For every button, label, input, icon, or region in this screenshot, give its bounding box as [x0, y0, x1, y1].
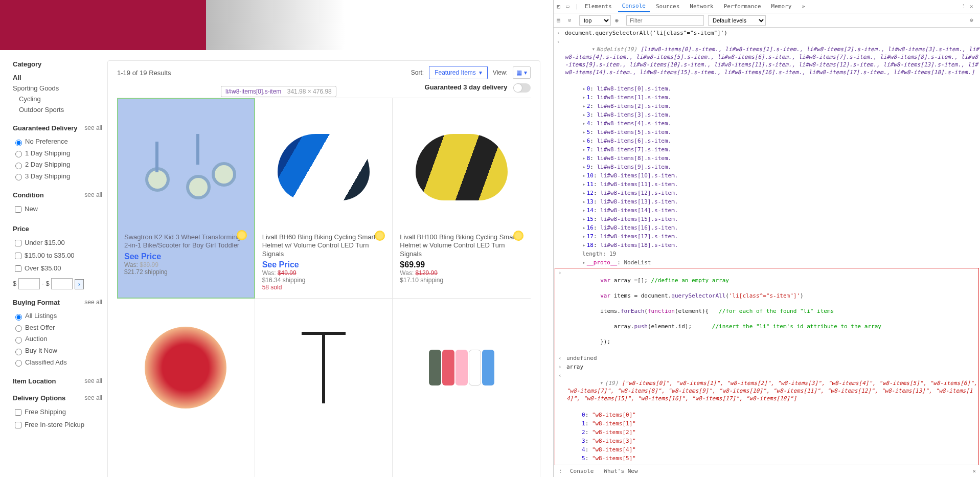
- cond-new[interactable]: New: [13, 203, 102, 216]
- price-min-input[interactable]: [18, 278, 40, 289]
- gd-see-all[interactable]: see all: [84, 124, 102, 131]
- inspect-icon[interactable]: ◩: [557, 3, 564, 10]
- console-output[interactable]: document.querySelectorAll('li[class^="s-…: [554, 28, 980, 465]
- nodelist-entry[interactable]: ▸14: li#w8-items[14].s-item.: [554, 206, 980, 215]
- close-icon[interactable]: ✕: [970, 3, 977, 10]
- grid-icon: ▦: [516, 69, 522, 76]
- nodelist-entry[interactable]: ▸2: li#w8-items[2].s-item.: [554, 102, 980, 110]
- tooltip-dims: 341.98 × 476.98: [287, 88, 332, 95]
- results-main: 1-19 of 19 Results Sort: Featured Items …: [107, 60, 540, 477]
- bf-class[interactable]: Classified Ads: [13, 357, 102, 369]
- bf-see-all[interactable]: see all: [84, 299, 102, 306]
- tab-sources[interactable]: Sources: [652, 1, 683, 12]
- nodelist-entry[interactable]: ▸6: li#w8-items[6].s-item.: [554, 137, 980, 145]
- webpage-pane[interactable]: li#w8-items[0].s-item 341.98 × 476.98 Ca…: [0, 0, 553, 477]
- clear-icon[interactable]: ⊘: [568, 17, 575, 24]
- cat-cycling[interactable]: Cycling: [13, 94, 102, 104]
- result-item[interactable]: Livall BH100 Bling Biking Cycling Smart …: [393, 98, 531, 299]
- result-item[interactable]: [393, 299, 531, 477]
- filters-sidebar: Category All Sporting Goods Cycling Outd…: [13, 60, 102, 477]
- price-under[interactable]: Under $15.00: [13, 237, 102, 249]
- guarantee-toggle[interactable]: [513, 83, 531, 93]
- drawer-whatsnew[interactable]: What's New: [599, 466, 643, 476]
- console-result[interactable]: ▸(19) ["w8-items[0]", "w8-items[1]", "w8…: [555, 371, 978, 411]
- guarantee-text: Guaranteed 3 day delivery: [425, 83, 508, 91]
- nodelist-entry[interactable]: ▸8: li#w8-items[8].s-item.: [554, 154, 980, 163]
- product-image: [262, 103, 385, 231]
- nodelist-entry[interactable]: ▸16: li#w8-items[16].s-item.: [554, 223, 980, 232]
- nodelist-entry[interactable]: ▸10: li#w8-items[10].s-item.: [554, 171, 980, 180]
- gd-3day[interactable]: 3 Day Shipping: [13, 171, 102, 183]
- levels-select[interactable]: Default levels: [708, 15, 766, 26]
- nodelist-proto[interactable]: ▸__proto__: NodeList: [554, 258, 980, 267]
- sort-select[interactable]: Featured Items ▾: [429, 66, 488, 79]
- gear-icon[interactable]: ⚙: [970, 17, 977, 24]
- eye-icon[interactable]: ◉: [615, 17, 622, 24]
- product-image: [124, 103, 248, 231]
- gd-nopref[interactable]: No Preference: [13, 136, 102, 148]
- tabs-more[interactable]: »: [797, 1, 809, 12]
- loc-see-all[interactable]: see all: [84, 377, 102, 384]
- nodelist-entry[interactable]: ▸9: li#w8-items[9].s-item.: [554, 163, 980, 171]
- tab-console[interactable]: Console: [618, 1, 650, 12]
- promo-banner: [0, 0, 553, 50]
- bf-buy[interactable]: Buy It Now: [13, 345, 102, 357]
- cat-sporting[interactable]: Sporting Goods: [13, 83, 102, 94]
- nodelist-entry[interactable]: ▸13: li#w8-items[13].s-item.: [554, 197, 980, 206]
- kebab-icon[interactable]: ⋮: [961, 3, 968, 10]
- do-store[interactable]: Free In-store Pickup: [13, 419, 102, 431]
- nodelist-entry[interactable]: ▸0: li#w8-items[0].s-item.: [554, 84, 980, 93]
- cond-see-all[interactable]: see all: [84, 191, 102, 198]
- results-count: 1-19 of 19 Results: [117, 69, 171, 77]
- result-item[interactable]: [255, 299, 393, 477]
- drawer-close-icon[interactable]: ✕: [972, 468, 976, 474]
- nodelist-entry[interactable]: ▸17: li#w8-items[17].s-item.: [554, 232, 980, 241]
- context-select[interactable]: top: [579, 15, 611, 26]
- do-see-all[interactable]: see all: [84, 394, 102, 401]
- price-go-button[interactable]: ›: [75, 279, 84, 289]
- bf-auction[interactable]: Auction: [13, 333, 102, 345]
- banner-image: [206, 0, 553, 50]
- tab-memory[interactable]: Memory: [767, 1, 796, 12]
- drawer-console[interactable]: Console: [565, 466, 599, 476]
- sidebar-icon[interactable]: ▤: [557, 17, 564, 24]
- item-price: $69.99: [400, 260, 523, 269]
- price-min-currency: $: [13, 280, 16, 287]
- console-result[interactable]: ▸NodeList(19) [li#w8-items[0].s-item., l…: [554, 37, 980, 84]
- sort-value: Featured Items: [435, 69, 476, 76]
- price-max-input[interactable]: [51, 278, 73, 289]
- category-heading: Category: [13, 60, 102, 68]
- nodelist-entry[interactable]: ▸18: li#w8-items[18].s-item.: [554, 241, 980, 249]
- filter-input[interactable]: [626, 15, 704, 26]
- price-mid[interactable]: $15.00 to $35.00: [13, 249, 102, 262]
- nodelist-entry[interactable]: ▸11: li#w8-items[11].s-item.: [554, 180, 980, 189]
- nodelist-entry[interactable]: ▸4: li#w8-items[4].s-item.: [554, 119, 980, 128]
- nodelist-entry[interactable]: ▸12: li#w8-items[12].s-item.: [554, 189, 980, 197]
- view-toggle[interactable]: ▦ ▾: [513, 66, 531, 79]
- price-over[interactable]: Over $35.00: [13, 262, 102, 275]
- kebab-icon[interactable]: ⋮: [558, 468, 565, 475]
- tab-elements[interactable]: Elements: [581, 1, 616, 12]
- bf-all[interactable]: All Listings: [13, 310, 102, 322]
- nodelist-entry[interactable]: ▸3: li#w8-items[3].s-item.: [554, 110, 980, 119]
- gd-1day[interactable]: 1 Day Shipping: [13, 148, 102, 160]
- price-max-currency: $: [45, 280, 49, 287]
- console-result: undefined: [555, 354, 978, 362]
- gd-2day[interactable]: 2 Day Shipping: [13, 159, 102, 171]
- cat-outdoor[interactable]: Outdoor Sports: [13, 104, 102, 115]
- result-item[interactable]: Livall BH60 Bling Biking Cycling Smart H…: [255, 98, 393, 299]
- bf-best[interactable]: Best Offer: [13, 322, 102, 334]
- view-label: View:: [493, 69, 508, 76]
- result-item[interactable]: Swagtron K2 Kid 3 Wheel Transforming 2-i…: [117, 98, 255, 299]
- do-freeship[interactable]: Free Shipping: [13, 406, 102, 419]
- nodelist-entry[interactable]: ▸5: li#w8-items[5].s-item.: [554, 128, 980, 137]
- nodelist-entry[interactable]: ▸15: li#w8-items[15].s-item.: [554, 215, 980, 223]
- device-icon[interactable]: ▭: [566, 3, 573, 10]
- result-item[interactable]: [117, 299, 255, 477]
- nodelist-entry[interactable]: ▸1: li#w8-items[1].s-item.: [554, 93, 980, 102]
- nodelist-entry[interactable]: ▸7: li#w8-items[7].s-item.: [554, 145, 980, 154]
- tab-network[interactable]: Network: [686, 1, 717, 12]
- cat-all[interactable]: All: [13, 72, 102, 83]
- item-shipping: $16.34 shipping: [262, 277, 385, 284]
- tab-performance[interactable]: Performance: [720, 1, 765, 12]
